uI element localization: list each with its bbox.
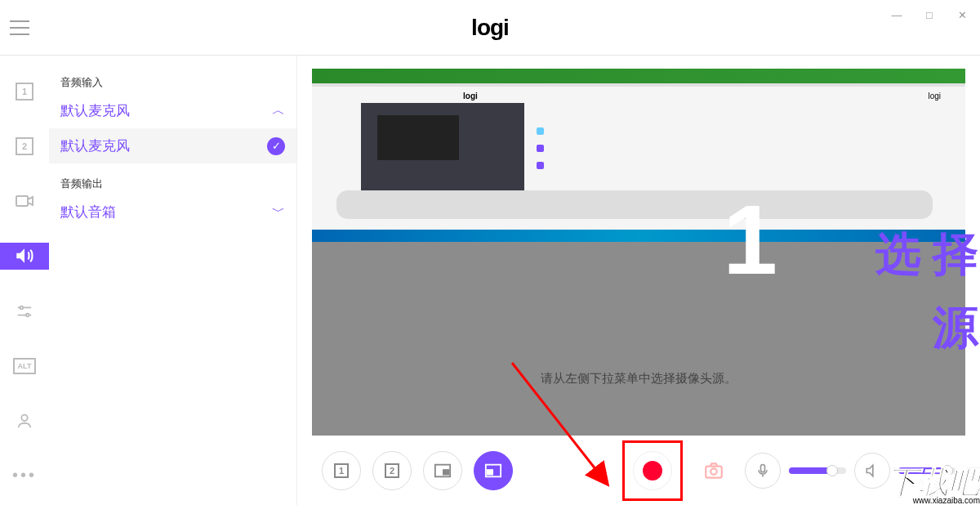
adjust-tab[interactable] — [0, 298, 49, 324]
svg-point-1 — [20, 306, 24, 309]
svg-rect-6 — [443, 470, 448, 475]
audio-input-value: 默认麦克风 — [60, 101, 130, 120]
snapshot-button[interactable] — [694, 451, 733, 490]
camera-tab[interactable] — [0, 188, 49, 214]
profile-tab[interactable] — [0, 408, 49, 434]
scene-1-button[interactable]: 1 — [322, 451, 361, 490]
audio-input-label: 音频输入 — [49, 72, 296, 93]
overlay-number: 1 — [723, 183, 777, 296]
square-1-icon: 1 — [334, 463, 349, 478]
camera-icon — [15, 191, 34, 211]
svg-rect-11 — [761, 464, 765, 471]
scene-2-button[interactable]: 2 — [372, 451, 412, 490]
instruction-text: 请从左侧下拉菜单中选择摄像头源。 — [541, 371, 737, 387]
chevron-up-icon: ︿ — [272, 102, 285, 119]
svg-point-3 — [21, 414, 27, 420]
svg-rect-8 — [488, 470, 492, 475]
svg-point-2 — [26, 313, 29, 316]
mic-option-default[interactable]: 默认麦克风 ✓ — [49, 128, 296, 163]
alt-icon: ALT — [13, 358, 36, 374]
speaker-small-icon — [864, 463, 880, 479]
square-2-icon: 2 — [16, 137, 33, 155]
microphone-icon — [755, 463, 771, 479]
pip-2-button[interactable] — [474, 451, 513, 490]
audio-output-dropdown[interactable]: 默认音箱 ﹀ — [49, 194, 296, 230]
record-button[interactable] — [633, 451, 672, 490]
chevron-down-icon: ﹀ — [272, 203, 285, 221]
svg-point-10 — [710, 468, 717, 475]
inner-screenshot: logi logi — [312, 69, 965, 257]
overlay-text-1: 选择 — [875, 224, 980, 286]
speaker-toggle-button[interactable] — [854, 453, 890, 489]
inner-panel: logi — [928, 92, 941, 101]
audio-output-label: 音频输出 — [49, 173, 296, 194]
mic-option-label: 默认麦克风 — [60, 136, 130, 155]
overlay-text-2: 源 — [933, 297, 980, 360]
sliders-icon — [16, 302, 33, 320]
close-button[interactable]: ✕ — [951, 7, 973, 23]
alt-tab[interactable]: ALT — [0, 353, 49, 379]
maximize-button[interactable]: □ — [918, 7, 941, 23]
check-icon: ✓ — [267, 137, 285, 155]
square-2-icon: 2 — [385, 463, 399, 478]
app-logo: logi — [471, 15, 509, 41]
audio-tab[interactable] — [0, 243, 49, 269]
preview-pane: logi logi 选择 源 1 请从左侧下拉菜单中选择摄像头源。 — [312, 69, 965, 436]
record-highlight-box — [622, 440, 683, 501]
pip-1-icon — [434, 462, 452, 480]
person-icon — [16, 412, 33, 430]
dots-icon: ••• — [12, 466, 37, 485]
watermark: 下载吧 www.xiazaiba.com — [887, 468, 980, 505]
record-icon — [643, 461, 662, 480]
square-1-icon: 1 — [16, 83, 33, 101]
pip-2-icon — [484, 462, 502, 480]
camera-snapshot-icon — [703, 460, 724, 481]
mic-toggle-button[interactable] — [745, 453, 781, 489]
audio-input-dropdown[interactable]: 默认麦克风 ︿ — [49, 93, 296, 128]
speaker-icon — [14, 245, 35, 266]
menu-button[interactable] — [10, 20, 29, 35]
svg-rect-0 — [16, 196, 28, 206]
source-2-icon[interactable]: 2 — [0, 133, 49, 159]
audio-output-value: 默认音箱 — [60, 203, 116, 221]
minimize-button[interactable]: — — [885, 7, 908, 23]
watermark-text: 下载吧 — [887, 468, 980, 496]
mic-volume-slider[interactable] — [789, 467, 846, 474]
pip-1-button[interactable] — [423, 451, 462, 490]
inner-logo: logi — [463, 92, 478, 101]
source-1-icon[interactable]: 1 — [0, 78, 49, 105]
more-button[interactable]: ••• — [0, 463, 49, 489]
